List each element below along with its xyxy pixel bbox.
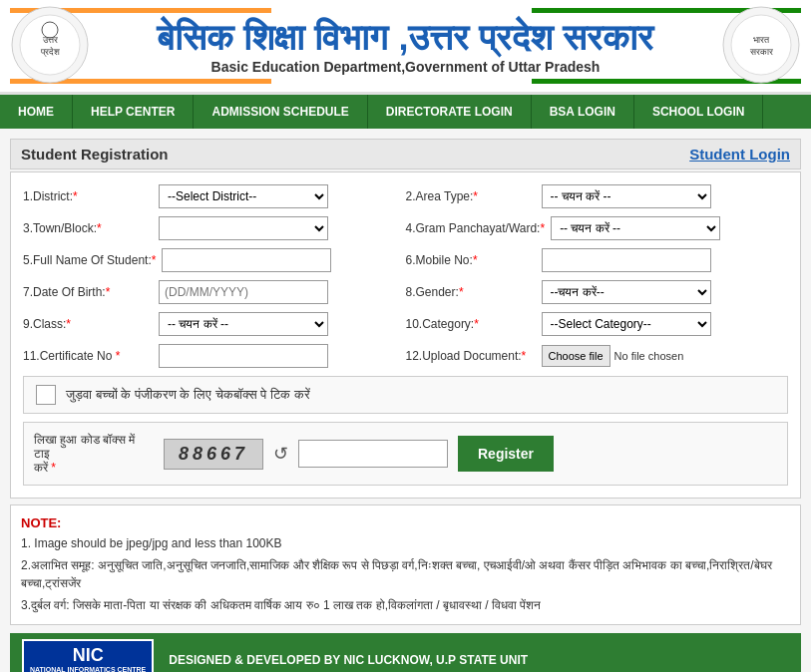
form-row-5: 9.Class:* -- चयन करें -- 10.Category:* -…: [23, 312, 788, 336]
svg-text:सरकार: सरकार: [749, 47, 773, 57]
area-type-label: 2.Area Type:*: [406, 189, 536, 203]
student-login-link[interactable]: Student Login: [689, 146, 790, 163]
main-nav: HOME HELP CENTER ADMISSION SCHEDULE DIRE…: [0, 95, 811, 129]
twin-checkbox[interactable]: [36, 385, 56, 405]
note-1: 1. Image should be jpeg/jpg and less tha…: [21, 534, 790, 552]
fullname-col: 5.Full Name Of Student:*: [23, 248, 406, 272]
mobile-col: 6.Mobile No:*: [406, 248, 789, 272]
mobile-label: 6.Mobile No:*: [406, 253, 536, 267]
nic-acronym: NIC: [73, 645, 104, 666]
certificate-input[interactable]: [159, 344, 328, 368]
form-row-4: 7.Date Of Birth:* 8.Gender:* --चयन करें-…: [23, 280, 788, 304]
choose-file-button[interactable]: Choose file: [542, 345, 610, 367]
nav-directorate[interactable]: DIRECTORATE LOGIN: [368, 95, 532, 129]
town-col: 3.Town/Block:*: [23, 216, 406, 240]
note-3: 3.दुर्बल वर्ग: जिसके माता-पिता या संरक्ष…: [21, 596, 790, 614]
category-label: 10.Category:*: [406, 317, 536, 331]
logo-right: भारत सरकार: [721, 5, 801, 85]
svg-point-6: [731, 15, 791, 75]
gender-label: 8.Gender:*: [406, 285, 536, 299]
page-title: बेसिक शिक्षा विभाग ,उत्तर प्रदेश सरकार: [10, 17, 801, 59]
form-row-6: 11.Certificate No * 12.Upload Document:*…: [23, 344, 788, 368]
category-select[interactable]: --Select Category--: [542, 312, 711, 336]
page-subtitle: Basic Education Department,Government of…: [10, 59, 801, 75]
footer-text: DESIGNED & DEVELOPED BY NIC LUCKNOW, U.P…: [169, 653, 528, 667]
form-row-1: 1.District:* --Select District-- 2.Area …: [23, 184, 788, 208]
svg-text:प्रदेश: प्रदेश: [40, 46, 60, 58]
logo-left: उत्तर प्रदेश: [10, 5, 90, 85]
twin-checkbox-row: जुड़वा बच्चों के पंजीकरण के लिए चेकबॉक्स…: [23, 376, 788, 414]
main-content: Student Registration Student Login 1.Dis…: [0, 129, 811, 672]
notes-box: NOTE: 1. Image should be jpeg/jpg and le…: [10, 504, 801, 625]
gram-label: 4.Gram Panchayat/Ward:*: [406, 221, 546, 235]
nav-home[interactable]: HOME: [0, 95, 73, 129]
note-heading: NOTE:: [21, 515, 61, 530]
captcha-refresh-icon[interactable]: ↺: [273, 443, 288, 465]
nav-school[interactable]: SCHOOL LOGIN: [634, 95, 763, 129]
fullname-input[interactable]: [162, 248, 331, 272]
district-col: 1.District:* --Select District--: [23, 184, 406, 208]
town-label: 3.Town/Block:*: [23, 221, 153, 235]
nic-fullname: NATIONAL INFORMATICS CENTRE: [30, 666, 146, 672]
gender-col: 8.Gender:* --चयन करें--: [406, 280, 789, 304]
footer-main: NIC NATIONAL INFORMATICS CENTRE DESIGNED…: [10, 633, 801, 672]
tricolor-bar: [10, 8, 801, 13]
note-2: 2.अलाभित समूह: अनुसूचित जाति,अनुसूचित जन…: [21, 556, 790, 592]
page-header: उत्तर प्रदेश भारत सरकार बेसिक शिक्षा विभ…: [0, 0, 811, 95]
registration-form: 1.District:* --Select District-- 2.Area …: [10, 171, 801, 499]
district-label: 1.District:*: [23, 189, 153, 203]
form-title: Student Registration: [21, 146, 169, 163]
upload-col: 12.Upload Document:* Choose file No file…: [406, 345, 789, 367]
certificate-label: 11.Certificate No *: [23, 349, 153, 363]
certificate-col: 11.Certificate No *: [23, 344, 406, 368]
register-button[interactable]: Register: [458, 436, 554, 472]
gender-select[interactable]: --चयन करें--: [542, 280, 711, 304]
captcha-label: लिखा हुआ कोड बॉक्स में टाइ: [34, 433, 154, 461]
nav-help[interactable]: HELP CENTER: [73, 95, 194, 129]
nav-admission[interactable]: ADMISSION SCHEDULE: [194, 95, 367, 129]
district-select[interactable]: --Select District--: [159, 184, 328, 208]
dob-input[interactable]: [159, 280, 328, 304]
twin-label: जुड़वा बच्चों के पंजीकरण के लिए चेकबॉक्स…: [66, 387, 310, 403]
category-col: 10.Category:* --Select Category--: [406, 312, 789, 336]
area-type-col: 2.Area Type:* -- चयन करें --: [406, 184, 789, 208]
svg-text:भारत: भारत: [753, 35, 770, 45]
file-upload-area: Choose file No file chosen: [542, 345, 684, 367]
dob-col: 7.Date Of Birth:*: [23, 280, 406, 304]
nav-bsa[interactable]: BSA LOGIN: [532, 95, 634, 129]
town-select[interactable]: [159, 216, 328, 240]
form-header: Student Registration Student Login: [10, 139, 801, 169]
tricolor-bar-bottom: [10, 79, 801, 84]
class-col: 9.Class:* -- चयन करें --: [23, 312, 406, 336]
fullname-label: 5.Full Name Of Student:*: [23, 253, 156, 267]
gram-select[interactable]: -- चयन करें --: [551, 216, 720, 240]
captcha-display: 88667: [164, 439, 263, 470]
nic-logo: NIC NATIONAL INFORMATICS CENTRE: [22, 639, 154, 672]
form-row-2: 3.Town/Block:* 4.Gram Panchayat/Ward:* -…: [23, 216, 788, 240]
mobile-input[interactable]: [542, 248, 711, 272]
svg-point-1: [20, 15, 80, 75]
area-type-select[interactable]: -- चयन करें --: [542, 184, 711, 208]
form-row-3: 5.Full Name Of Student:* 6.Mobile No:*: [23, 248, 788, 272]
class-label: 9.Class:*: [23, 317, 153, 331]
upload-label: 12.Upload Document:*: [406, 349, 536, 363]
class-select[interactable]: -- चयन करें --: [159, 312, 328, 336]
gram-col: 4.Gram Panchayat/Ward:* -- चयन करें --: [406, 216, 789, 240]
captcha-input[interactable]: [298, 440, 448, 468]
no-file-text: No file chosen: [614, 350, 684, 362]
captcha-section: लिखा हुआ कोड बॉक्स में टाइ करें * 88667 …: [23, 422, 788, 486]
dob-label: 7.Date Of Birth:*: [23, 285, 153, 299]
